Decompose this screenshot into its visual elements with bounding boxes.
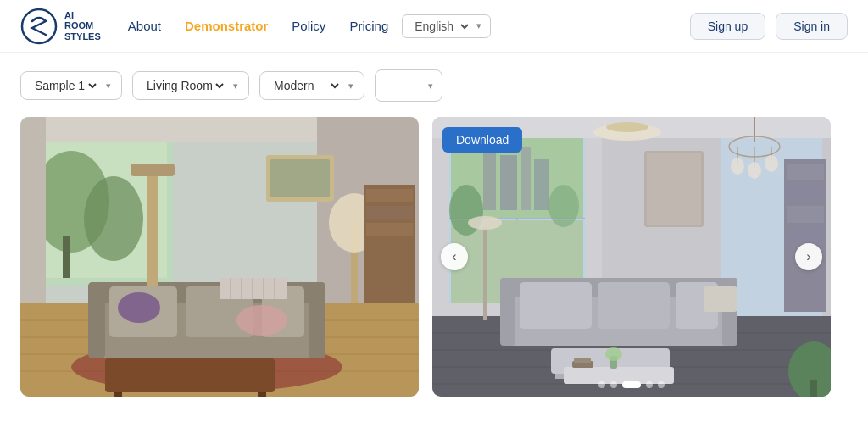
main-nav: About Demonstrator Policy Pricing	[128, 19, 388, 33]
logo-room: ROOM	[64, 20, 101, 31]
signup-button[interactable]: Sign up	[690, 13, 765, 40]
svg-rect-54	[521, 147, 531, 210]
svg-rect-95	[787, 185, 824, 202]
style-dropdown[interactable]: Modern Classic Minimalist Bohemian	[270, 78, 342, 93]
svg-point-69	[765, 155, 778, 172]
svg-rect-33	[366, 206, 413, 219]
svg-rect-26	[105, 358, 275, 392]
svg-point-92	[468, 216, 502, 230]
svg-rect-91	[483, 227, 487, 320]
images-area: Download ‹ ›	[20, 117, 848, 397]
nav-demonstrator[interactable]: Demonstrator	[185, 19, 268, 33]
svg-rect-53	[500, 155, 517, 210]
svg-point-6	[84, 176, 143, 261]
language-selector[interactable]: English French Spanish German ▾	[402, 14, 491, 38]
original-image-container	[20, 117, 419, 397]
svg-rect-19	[88, 282, 105, 358]
logo-styles: STYLES	[64, 31, 101, 42]
svg-rect-97	[787, 227, 824, 244]
carousel-prev-button[interactable]: ‹	[441, 243, 468, 270]
extra-filter[interactable]: ▾	[375, 69, 442, 102]
chevron-down-icon: ▾	[348, 80, 353, 92]
svg-rect-84	[555, 374, 564, 379]
svg-rect-94	[787, 164, 824, 180]
svg-rect-80	[598, 282, 670, 329]
svg-rect-35	[147, 168, 158, 286]
svg-rect-36	[131, 164, 175, 176]
svg-rect-101	[810, 380, 817, 397]
logo: AI ROOM STYLES	[20, 8, 101, 45]
svg-rect-34	[366, 223, 413, 236]
chevron-down-icon: ▾	[428, 80, 433, 92]
logo-icon	[20, 8, 58, 45]
svg-rect-7	[63, 236, 70, 278]
room-filter[interactable]: Living Room Bedroom Kitchen Bathroom ▾	[132, 71, 249, 100]
chevron-down-icon: ▾	[233, 80, 238, 92]
style-filter[interactable]: Modern Classic Minimalist Bohemian ▾	[259, 71, 364, 100]
svg-point-61	[606, 122, 648, 132]
filter-bar: Sample 1 Sample 2 Sample 3 ▾ Living Room…	[20, 69, 848, 102]
svg-rect-32	[366, 189, 413, 202]
logo-ai: AI	[64, 10, 101, 20]
svg-point-0	[22, 9, 56, 43]
svg-rect-99	[647, 153, 701, 225]
logo-text: AI ROOM STYLES	[64, 10, 101, 41]
carousel-next-button[interactable]: ›	[795, 243, 822, 270]
svg-rect-82	[704, 286, 737, 312]
svg-point-24	[118, 292, 160, 323]
carousel-dot-2[interactable]	[610, 381, 617, 388]
svg-rect-96	[787, 206, 824, 223]
svg-rect-88	[574, 358, 591, 363]
sample-filter[interactable]: Sample 1 Sample 2 Sample 3 ▾	[20, 71, 122, 100]
svg-rect-55	[534, 159, 549, 210]
chevron-left-icon: ‹	[452, 249, 456, 264]
nav-pricing[interactable]: Pricing	[349, 19, 388, 33]
svg-rect-27	[114, 392, 122, 397]
nav-about[interactable]: About	[128, 19, 161, 33]
carousel-dot-3[interactable]	[622, 381, 641, 388]
room-dropdown[interactable]: Living Room Bedroom Kitchen Bathroom	[143, 78, 226, 93]
svg-point-90	[605, 347, 622, 361]
svg-rect-37	[220, 278, 287, 299]
svg-rect-79	[520, 282, 592, 329]
carousel-dot-1[interactable]	[598, 381, 605, 388]
chevron-down-icon: ▾	[476, 20, 481, 31]
svg-point-25	[236, 305, 287, 336]
signin-button[interactable]: Sign in	[776, 13, 848, 40]
svg-point-57	[548, 185, 579, 227]
svg-point-65	[731, 158, 744, 175]
chevron-down-icon: ▾	[106, 80, 111, 92]
header: AI ROOM STYLES About Demonstrator Policy…	[0, 0, 868, 53]
svg-rect-52	[483, 142, 496, 210]
chevron-right-icon: ›	[806, 249, 810, 264]
sample-dropdown[interactable]: Sample 1 Sample 2 Sample 3	[31, 78, 99, 93]
main-content: Sample 1 Sample 2 Sample 3 ▾ Living Room…	[0, 53, 868, 397]
header-actions: Sign up Sign in	[690, 13, 848, 40]
original-room-image	[20, 117, 419, 397]
language-dropdown[interactable]: English French Spanish German	[411, 19, 471, 34]
styled-image-container: Download ‹ ›	[432, 117, 831, 397]
styled-room-image	[432, 117, 831, 397]
carousel-dot-4[interactable]	[646, 381, 653, 388]
svg-rect-20	[309, 282, 326, 358]
nav-policy[interactable]: Policy	[292, 19, 326, 33]
carousel-dot-5[interactable]	[658, 381, 665, 388]
svg-rect-28	[258, 392, 266, 397]
svg-rect-77	[500, 278, 515, 346]
carousel-dots	[598, 381, 665, 388]
svg-rect-44	[270, 159, 330, 197]
svg-point-67	[748, 162, 761, 179]
svg-rect-31	[364, 185, 415, 303]
download-button[interactable]: Download	[442, 127, 522, 153]
